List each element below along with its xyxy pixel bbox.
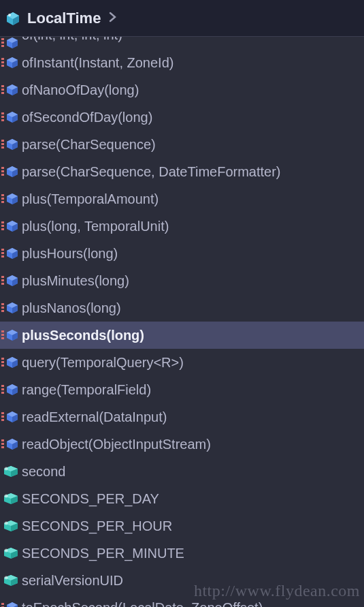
- list-item[interactable]: ofNanoOfDay(long): [0, 76, 364, 104]
- svg-rect-84: [1, 392, 4, 394]
- svg-rect-40: [1, 194, 4, 196]
- svg-rect-66: [1, 310, 4, 312]
- method-icon: [1, 83, 19, 97]
- field-icon: [1, 574, 19, 587]
- svg-rect-12: [1, 65, 4, 67]
- member-label: serialVersionUID: [22, 573, 123, 589]
- list-item[interactable]: plusNanos(long): [0, 294, 364, 322]
- member-label: plusNanos(long): [22, 300, 121, 316]
- list-item[interactable]: range(TemporalField): [0, 376, 364, 403]
- svg-rect-4: [1, 38, 4, 40]
- svg-rect-23: [1, 116, 4, 118]
- svg-rect-41: [1, 198, 4, 200]
- field-icon: [1, 519, 19, 533]
- svg-point-103: [5, 467, 8, 471]
- svg-point-3: [8, 14, 11, 16]
- list-item[interactable]: plus(TemporalAmount): [0, 185, 364, 213]
- svg-rect-71: [1, 334, 4, 336]
- list-item[interactable]: SECONDS_PER_MINUTE: [0, 540, 364, 567]
- method-icon: [1, 383, 19, 396]
- member-label: SECONDS_PER_HOUR: [22, 518, 172, 534]
- svg-rect-64: [1, 303, 4, 305]
- svg-rect-28: [1, 140, 4, 142]
- svg-rect-10: [1, 58, 4, 60]
- svg-rect-95: [1, 443, 4, 445]
- list-item[interactable]: second: [0, 458, 364, 485]
- member-label: ofSecondOfDay(long): [22, 110, 152, 125]
- member-label: plus(long, TemporalUnit): [22, 219, 169, 234]
- member-label: readExternal(DataInput): [22, 409, 167, 425]
- list-item[interactable]: SECONDS_PER_DAY: [0, 485, 364, 512]
- svg-rect-90: [1, 419, 4, 421]
- list-item[interactable]: plus(long, TemporalUnit): [0, 213, 364, 240]
- breadcrumb-header: LocalTime: [0, 0, 364, 37]
- member-label: of(int, int, int, int): [22, 37, 122, 43]
- list-item[interactable]: toEpochSecond(LocalDate, ZoneOffset): [0, 594, 364, 607]
- list-item[interactable]: serialVersionUID: [0, 567, 364, 594]
- field-icon: [1, 465, 19, 478]
- member-label: plusSeconds(long): [22, 328, 144, 343]
- svg-point-111: [5, 522, 8, 525]
- svg-rect-76: [1, 358, 4, 360]
- list-item[interactable]: ofInstant(Instant, ZoneId): [0, 49, 364, 76]
- method-icon: [1, 410, 19, 424]
- svg-rect-52: [1, 249, 4, 251]
- method-icon: [1, 301, 19, 315]
- list-item[interactable]: parse(CharSequence, DateTimeFormatter): [0, 158, 364, 185]
- svg-rect-35: [1, 170, 4, 172]
- class-name[interactable]: LocalTime: [27, 10, 101, 27]
- svg-rect-82: [1, 385, 4, 387]
- svg-rect-47: [1, 225, 4, 227]
- chevron-right-icon: [109, 10, 117, 26]
- list-item[interactable]: plusMinutes(long): [0, 267, 364, 294]
- list-item[interactable]: parse(CharSequence): [0, 131, 364, 158]
- svg-rect-34: [1, 167, 4, 169]
- svg-rect-96: [1, 446, 4, 448]
- svg-rect-83: [1, 388, 4, 390]
- svg-rect-70: [1, 330, 4, 332]
- list-item[interactable]: readExternal(DataInput): [0, 403, 364, 431]
- list-item[interactable]: SECONDS_PER_HOUR: [0, 512, 364, 540]
- svg-rect-16: [1, 85, 4, 87]
- svg-point-115: [5, 549, 8, 552]
- member-label: ofNanoOfDay(long): [22, 82, 139, 98]
- list-item[interactable]: of(int, int, int, int): [0, 37, 364, 49]
- method-icon: [1, 328, 19, 342]
- class-icon: [5, 11, 20, 26]
- svg-rect-11: [1, 61, 4, 63]
- svg-rect-88: [1, 412, 4, 414]
- svg-rect-30: [1, 146, 4, 149]
- list-item[interactable]: ofSecondOfDay(long): [0, 104, 364, 131]
- svg-rect-48: [1, 228, 4, 230]
- method-icon: [1, 274, 19, 287]
- method-icon: [1, 601, 19, 607]
- method-icon: [1, 110, 19, 124]
- svg-rect-46: [1, 221, 4, 223]
- member-label: range(TemporalField): [22, 382, 151, 398]
- list-item[interactable]: query(TemporalQuery<R>): [0, 349, 364, 376]
- method-icon: [1, 192, 19, 206]
- list-item[interactable]: plusSeconds(long): [0, 322, 364, 349]
- member-label: ofInstant(Instant, ZoneId): [22, 55, 173, 71]
- svg-rect-29: [1, 143, 4, 145]
- member-label: readObject(ObjectInputStream): [22, 437, 211, 452]
- member-label: toEpochSecond(LocalDate, ZoneOffset): [22, 600, 263, 608]
- member-label: plusHours(long): [22, 246, 118, 262]
- svg-rect-58: [1, 276, 4, 278]
- svg-rect-89: [1, 416, 4, 418]
- svg-rect-36: [1, 174, 4, 176]
- svg-rect-72: [1, 337, 4, 339]
- list-item[interactable]: readObject(ObjectInputStream): [0, 431, 364, 458]
- method-icon: [1, 356, 19, 369]
- list-item[interactable]: plusHours(long): [0, 240, 364, 267]
- field-icon: [1, 492, 19, 505]
- member-label: parse(CharSequence): [22, 137, 156, 153]
- member-label: parse(CharSequence, DateTimeFormatter): [22, 164, 281, 180]
- member-label: query(TemporalQuery<R>): [22, 355, 184, 371]
- svg-rect-54: [1, 255, 4, 258]
- svg-point-119: [5, 576, 8, 580]
- member-label: plus(TemporalAmount): [22, 191, 159, 207]
- member-label: second: [22, 464, 66, 480]
- svg-rect-60: [1, 283, 4, 285]
- method-icon: [1, 219, 19, 233]
